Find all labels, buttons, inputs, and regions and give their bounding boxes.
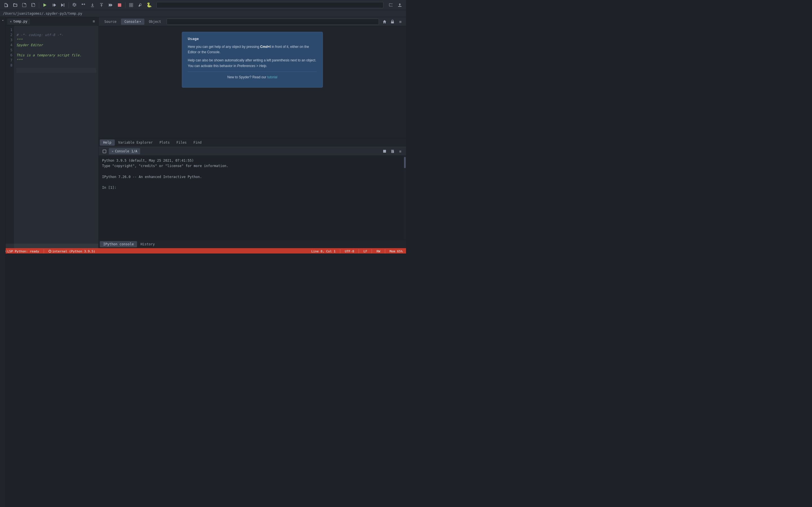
save-button[interactable]: [20, 1, 28, 9]
python-icon: 🐍: [145, 1, 153, 9]
svg-rect-14: [383, 150, 386, 153]
separator-2: [68, 2, 69, 8]
new-file-button[interactable]: [2, 1, 10, 9]
console-tab-label: Console 1/A: [115, 149, 137, 153]
console-clear-button[interactable]: [389, 148, 396, 155]
line-4: 4: [6, 43, 12, 48]
hbt-variable-explorer[interactable]: Variable Explorer: [115, 139, 156, 146]
status-sep-2: [340, 249, 340, 253]
hbt-find[interactable]: Find: [190, 139, 205, 146]
main-content: ◂ × temp.py ≡ 1 2 3 4 5 6: [0, 17, 406, 248]
status-position: Line 8, Col 1: [311, 249, 336, 253]
hbt-files-label: Files: [176, 140, 187, 145]
editor-tab-temp-py[interactable]: × temp.py: [7, 18, 31, 24]
help-menu-button[interactable]: ≡: [397, 18, 404, 25]
svg-point-16: [49, 250, 51, 252]
tutorial-link[interactable]: tutorial: [267, 75, 277, 79]
run-cell-advance-button[interactable]: [59, 1, 67, 9]
separator-3: [125, 2, 125, 8]
lock-button[interactable]: [389, 18, 396, 25]
console-prompt-line[interactable]: In [1]:: [102, 185, 400, 190]
run-cell-button[interactable]: [50, 1, 58, 9]
status-eol-label: LF: [363, 249, 367, 253]
line-numbers: 1 2 3 4 5 6 7 8: [6, 25, 14, 248]
hbt-variable-explorer-label: Variable Explorer: [118, 140, 153, 145]
editor-content: 1 2 3 4 5 6 7 8 # -*- coding: utf-8 -*- …: [6, 25, 98, 248]
console-tab-1a[interactable]: × Console 1/A: [109, 148, 140, 154]
svg-marker-3: [61, 3, 63, 7]
console-output-wrapper: Python 3.9.5 (default, May 25 2021, 07:4…: [99, 156, 406, 240]
console-pane: × Console 1/A ≡ Python 3.9.5 (def: [99, 147, 406, 248]
line-2: 2: [6, 33, 12, 38]
console-header-icons: ≡: [381, 148, 404, 155]
help-toolbar: Source Console ▾ Object ≡: [99, 17, 406, 26]
console-stop-button[interactable]: [381, 148, 388, 155]
svg-rect-9: [132, 3, 133, 5]
open-file-button[interactable]: [11, 1, 19, 9]
console-tab-label: Console: [124, 20, 139, 24]
editor-menu-button[interactable]: ≡: [91, 18, 97, 25]
status-bar: LSP Python: ready internal (Python 3.9.5…: [0, 248, 406, 253]
console-line-3: IPython 7.26.0 -- An enhanced Interactiv…: [102, 174, 400, 180]
debug-button[interactable]: [70, 1, 79, 9]
tools-button[interactable]: [136, 1, 144, 9]
help-search-input[interactable]: [167, 18, 379, 25]
console-tab-chevron: ▾: [139, 20, 141, 23]
tutorial-line: New to Spyder? Read our tutorial: [188, 75, 317, 80]
status-rw: RW: [376, 249, 380, 253]
hbt-plots[interactable]: Plots: [156, 139, 173, 146]
home-button[interactable]: [381, 18, 388, 25]
path-input[interactable]: /Users/juanitagomez: [156, 2, 384, 8]
status-encoding-label: UTF-8: [345, 249, 354, 253]
stop-button[interactable]: [116, 1, 123, 9]
step-return-button[interactable]: [98, 1, 105, 9]
svg-rect-12: [391, 21, 394, 23]
editor-panel: ◂ × temp.py ≡ 1 2 3 4 5 6: [0, 17, 99, 248]
help-toolbar-right: ≡: [381, 18, 404, 25]
run-button[interactable]: [41, 1, 49, 9]
scrollbar-thumb[interactable]: [404, 157, 406, 168]
status-sep-3: [359, 249, 359, 253]
editor-tab-bar: × temp.py ≡: [6, 17, 98, 25]
status-mem-label: Mem 65%: [390, 249, 403, 253]
collapse-editor-button[interactable]: ◂: [2, 18, 3, 22]
svg-marker-5: [109, 3, 111, 7]
maximize-editor-button[interactable]: [127, 1, 135, 9]
hbt-find-label: Find: [193, 140, 202, 145]
hbt-help-label: Help: [103, 140, 111, 145]
status-eol: LF: [363, 249, 367, 253]
svg-rect-10: [130, 5, 131, 7]
hbt-files[interactable]: Files: [173, 139, 190, 146]
open-folder-button[interactable]: [387, 1, 395, 9]
line-1: 1: [6, 27, 12, 33]
console-scrollbar[interactable]: [404, 156, 406, 240]
cbt-ipython[interactable]: IPython console: [100, 241, 137, 247]
console-maximize-button[interactable]: [101, 148, 108, 155]
console-bottom-tabs: IPython console History: [99, 240, 406, 248]
console-tab[interactable]: Console ▾: [121, 18, 144, 25]
object-tab-label: Object: [149, 20, 161, 24]
svg-rect-4: [64, 3, 64, 7]
status-env: internal (Python 3.9.5): [49, 249, 95, 253]
usage-title: Usage: [188, 37, 317, 41]
tab-close-icon[interactable]: ×: [10, 20, 12, 23]
console-line-blank-1: [102, 169, 400, 174]
step-button[interactable]: [80, 1, 87, 9]
svg-marker-2: [54, 3, 56, 7]
separator-1: [39, 2, 39, 8]
code-editor[interactable]: # -*- coding: utf-8 -*- """ Spyder Edito…: [14, 25, 98, 248]
breadcrumb: /Users/juanitagomez/.spyder-py3/temp.py: [0, 10, 406, 17]
status-mem: Mem 65%: [390, 249, 403, 253]
console-output[interactable]: Python 3.9.5 (default, May 25 2021, 07:4…: [99, 156, 404, 240]
source-tab[interactable]: Source: [101, 18, 120, 25]
hbt-help[interactable]: Help: [100, 139, 115, 146]
save-all-button[interactable]: [29, 1, 37, 9]
console-menu-button[interactable]: ≡: [397, 148, 404, 155]
svg-rect-8: [130, 3, 131, 5]
step-into-button[interactable]: [89, 1, 96, 9]
console-tab-close-icon[interactable]: ×: [112, 150, 114, 153]
continue-button[interactable]: [107, 1, 114, 9]
upload-button[interactable]: [396, 1, 404, 9]
object-tab[interactable]: Object: [146, 18, 164, 25]
cbt-history[interactable]: History: [137, 241, 158, 247]
